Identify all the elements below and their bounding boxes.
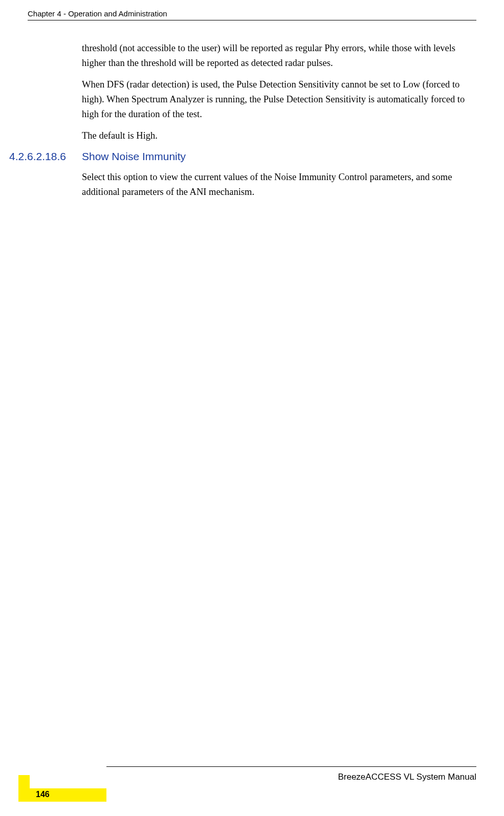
paragraph-2: When DFS (radar detection) is used, the … bbox=[82, 77, 475, 121]
paragraph-1: threshold (not accessible to the user) w… bbox=[82, 41, 475, 70]
paragraph-4: Select this option to view the current v… bbox=[82, 170, 475, 199]
footer-manual-name: BreezeACCESS VL System Manual bbox=[0, 772, 476, 782]
page-footer: BreezeACCESS VL System Manual 146 bbox=[0, 766, 476, 802]
section-title: Show Noise Immunity bbox=[82, 150, 186, 162]
footer-divider bbox=[106, 766, 476, 767]
section-heading: 4.2.6.2.18.6 Show Noise Immunity bbox=[82, 150, 475, 163]
paragraph-3: The default is High. bbox=[82, 128, 475, 143]
page-number-wrap: 146 bbox=[0, 786, 476, 802]
section-number: 4.2.6.2.18.6 bbox=[9, 150, 66, 163]
page-header: Chapter 4 - Operation and Administration bbox=[28, 9, 476, 20]
page-number: 146 bbox=[36, 790, 50, 799]
content-area: threshold (not accessible to the user) w… bbox=[82, 41, 475, 206]
yellow-box-icon bbox=[18, 775, 30, 802]
